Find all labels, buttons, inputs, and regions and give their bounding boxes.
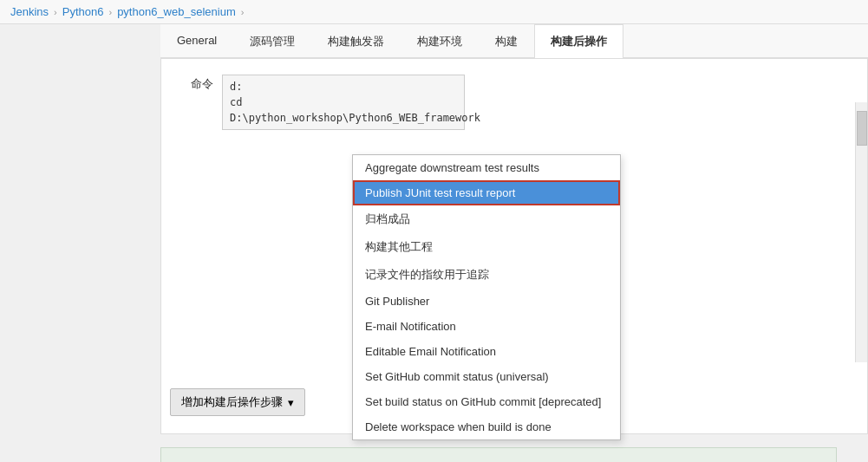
dropdown-item-record-fingerprint[interactable]: 记录文件的指纹用于追踪 — [353, 261, 620, 289]
command-row: 命令 d: cd D:\python_workshop\Python6_WEB_… — [170, 68, 850, 137]
content-panel: 命令 d: cd D:\python_workshop\Python6_WEB_… — [160, 58, 868, 434]
add-step-label: 增加构建后操作步骤 — [181, 394, 283, 410]
dropdown-item-build-status-deprecated[interactable]: Set build status on GitHub commit [depre… — [353, 389, 620, 414]
dropdown-item-github-commit-status[interactable]: Set GitHub commit status (universal) — [353, 364, 620, 389]
command-line2: cd D:\python_workshop\Python6_WEB_framew… — [230, 96, 480, 124]
scrollbar[interactable] — [855, 102, 867, 362]
scrollbar-thumb[interactable] — [857, 111, 867, 146]
add-step-arrow-icon: ▾ — [288, 396, 294, 409]
dropdown-item-build-other[interactable]: 构建其他工程 — [353, 233, 620, 261]
dropdown-item-editable-email[interactable]: Editable Email Notification — [353, 339, 620, 364]
dropdown-item-archive[interactable]: 归档成品 — [353, 205, 620, 233]
breadcrumb-sep-3: › — [241, 7, 245, 17]
tab-triggers[interactable]: 构建触发器 — [311, 24, 401, 58]
dropdown-item-publish-junit[interactable]: Publish JUnit test result report — [353, 180, 620, 205]
breadcrumb-project[interactable]: python6_web_selenium — [117, 5, 236, 18]
dropdown-item-email-notification[interactable]: E-mail Notification — [353, 314, 620, 339]
breadcrumb: Jenkins › Python6 › python6_web_selenium… — [0, 0, 868, 24]
main-content: General 源码管理 构建触发器 构建环境 构建 构建后操作 命令 d: c… — [0, 24, 868, 462]
add-post-build-step-button[interactable]: 增加构建后操作步骤 ▾ — [170, 388, 305, 416]
dropdown-item-delete-workspace[interactable]: Delete workspace when build is done — [353, 414, 620, 439]
tabs-row: General 源码管理 构建触发器 构建环境 构建 构建后操作 — [160, 24, 868, 58]
breadcrumb-jenkins[interactable]: Jenkins — [10, 5, 49, 18]
tab-source[interactable]: 源码管理 — [233, 24, 311, 58]
command-line1: d: — [230, 81, 242, 93]
tab-general[interactable]: General — [160, 24, 233, 58]
breadcrumb-sep-1: › — [54, 7, 57, 17]
command-label: 命令 — [170, 75, 222, 92]
dropdown-item-git-publisher[interactable]: Git Publisher — [353, 289, 620, 314]
action-bar: 保存 应用 — [160, 447, 837, 462]
dropdown-item-aggregate[interactable]: Aggregate downstream test results — [353, 155, 620, 180]
tab-environment[interactable]: 构建环境 — [401, 24, 479, 58]
breadcrumb-sep-2: › — [108, 7, 112, 17]
tab-build[interactable]: 构建 — [479, 24, 534, 58]
command-code: d: cd D:\python_workshop\Python6_WEB_fra… — [222, 75, 465, 130]
dropdown-menu: Aggregate downstream test results Publis… — [352, 154, 621, 440]
tab-post-build[interactable]: 构建后操作 — [534, 24, 623, 58]
breadcrumb-python6[interactable]: Python6 — [62, 5, 104, 18]
